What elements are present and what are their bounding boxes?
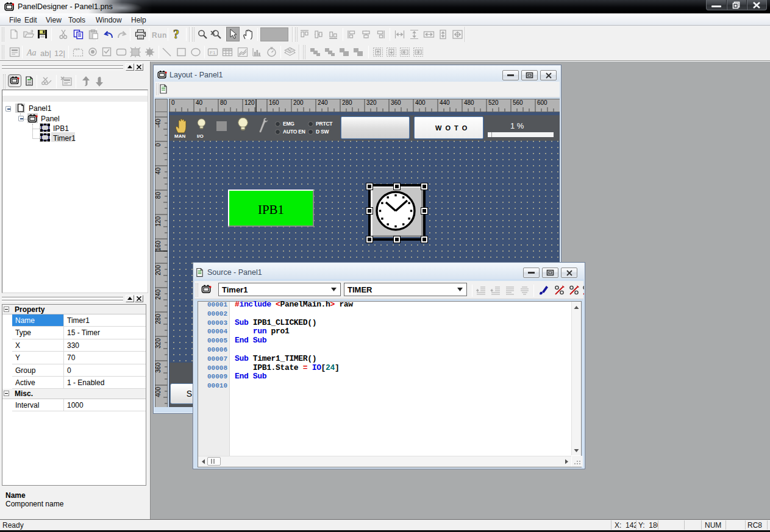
svg-text:F1: F1 [210,50,216,55]
svg-text:520: 520 [488,99,499,106]
svg-text:160: 160 [269,99,279,106]
svg-text:120: 120 [155,216,162,227]
svg-text:320: 320 [366,99,377,106]
svg-text:40: 40 [196,99,203,106]
svg-text:80: 80 [155,192,162,199]
svg-text:240: 240 [318,99,328,106]
svg-text:0: 0 [171,99,175,106]
svg-text:400: 400 [415,99,426,106]
svg-text:560: 560 [513,99,523,106]
svg-text:160: 160 [155,241,162,251]
svg-text:120: 120 [244,99,255,106]
svg-text:360: 360 [391,99,401,106]
svg-text:80: 80 [220,99,227,106]
svg-text:0: 0 [155,143,162,147]
svg-text:400: 400 [155,387,162,397]
svg-text:440: 440 [440,99,450,106]
svg-text:200: 200 [155,265,162,275]
svg-text:40: 40 [155,168,162,175]
svg-text:280: 280 [342,99,352,106]
svg-text:-40: -40 [155,119,162,128]
svg-text:240: 240 [155,289,162,300]
svg-text:600: 600 [537,99,547,106]
svg-text:480: 480 [464,99,474,106]
svg-text:320: 320 [155,338,162,349]
svg-text:200: 200 [293,99,304,106]
svg-text:xyz: xyz [74,47,80,51]
svg-text:?: ? [173,28,179,41]
svg-text:360: 360 [155,363,162,373]
svg-text:280: 280 [155,314,162,324]
